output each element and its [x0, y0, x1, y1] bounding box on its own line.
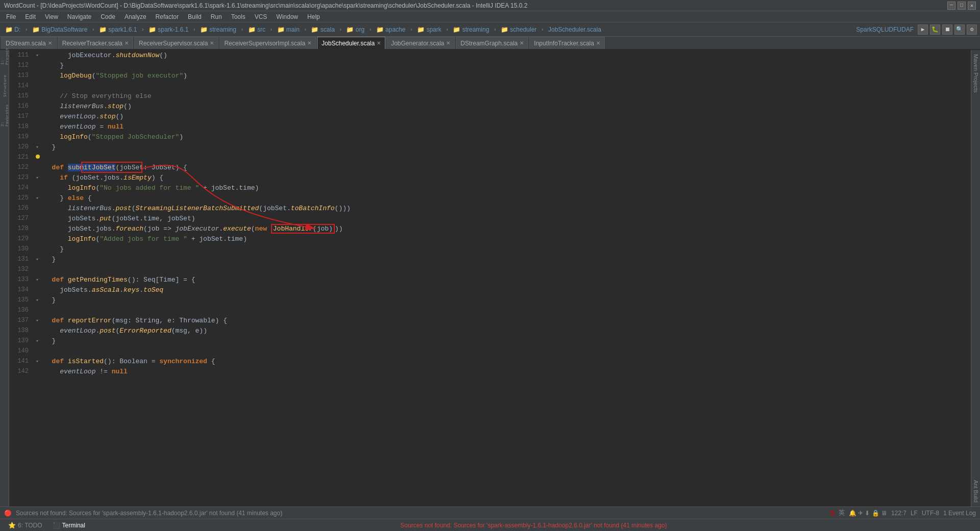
- menu-window[interactable]: Window: [272, 12, 302, 21]
- toolbar-spark161[interactable]: 📁 spark1.6.1: [97, 25, 139, 34]
- table-row: 124 logInfo("No jobs added for time " + …: [9, 183, 971, 193]
- table-row: 140: [9, 346, 971, 356]
- terminal-label: Terminal: [62, 522, 85, 529]
- settings-button[interactable]: ⚙: [967, 24, 977, 35]
- table-row: 115 // Stop everything else: [9, 91, 971, 101]
- status-message: Sources not found: Sources for 'spark-as…: [16, 510, 282, 517]
- status-position: 122:7: [891, 510, 906, 517]
- toolbar-spark[interactable]: 📁 spark: [415, 25, 444, 34]
- menu-view[interactable]: View: [41, 12, 62, 21]
- status-icons: 🔔 ✈ ⬇ 🔒 🖥: [849, 510, 887, 517]
- table-row: 142 eventLoop != null: [9, 366, 971, 376]
- toolbar-d[interactable]: 📁 D:: [3, 25, 22, 34]
- bottom-message: Sources not found: Sources for 'spark-as…: [91, 522, 976, 529]
- table-row: 120 ▾ }: [9, 142, 971, 152]
- table-row: 111 ▾ jobExecutor.shutdownNow(): [9, 50, 971, 60]
- stop-button[interactable]: ⏹: [942, 24, 952, 35]
- tab-dstream[interactable]: DStream.scala ✕: [1, 37, 57, 49]
- sidebar-favorites-icon[interactable]: 2: Favorites: [1, 111, 9, 119]
- table-row: 116 listenerBus.stop(): [9, 101, 971, 111]
- table-row: 135 ▾ }: [9, 295, 971, 305]
- sidebar-project-icon[interactable]: 1: Project: [1, 52, 9, 60]
- right-sidebar: Maven Projects Ant Build: [971, 50, 980, 507]
- left-sidebar: 1: Project Structure 2: Favorites: [0, 50, 9, 507]
- tab-close-inputinfotracker[interactable]: ✕: [596, 40, 600, 46]
- menu-navigate[interactable]: Navigate: [63, 12, 95, 21]
- tab-receiversupervisorimpl[interactable]: ReceiverSupervisorImpl.scala ✕: [219, 37, 316, 49]
- menu-bar: File Edit View Navigate Code Analyze Ref…: [0, 11, 980, 22]
- tab-close-jobgenerator[interactable]: ✕: [446, 40, 450, 46]
- tab-receiversupervisor[interactable]: ReceiverSupervisor.scala ✕: [134, 37, 218, 49]
- status-logo: S: [830, 510, 835, 517]
- debug-button[interactable]: 🐛: [930, 24, 940, 35]
- toolbar-scala[interactable]: 📁 scala: [309, 25, 336, 34]
- toolbar-main[interactable]: 📁 main: [275, 25, 302, 34]
- table-row: 131 ▾ }: [9, 254, 971, 264]
- terminal-icon: ⬛: [53, 522, 60, 529]
- menu-edit[interactable]: Edit: [21, 12, 40, 21]
- toolbar-project[interactable]: SparkSQLUDFUDAF: [854, 25, 916, 34]
- sidebar-structure-icon[interactable]: Structure: [1, 82, 9, 90]
- window-title: WordCount - [D:\IdeaProjects\WordCount] …: [4, 2, 527, 9]
- menu-build[interactable]: Build: [184, 12, 206, 21]
- table-row: 128 jobSet.jobs.foreach(job => jobExecut…: [9, 223, 971, 234]
- run-button[interactable]: ▶: [918, 24, 928, 35]
- table-row: 130 }: [9, 244, 971, 254]
- minimize-button[interactable]: ─: [947, 2, 955, 10]
- tab-close-receiversupervisor[interactable]: ✕: [210, 40, 214, 46]
- main-layout: 1: Project Structure 2: Favorites 111 ▾ …: [0, 50, 980, 507]
- toolbar-spark-161[interactable]: 📁 spark-1.6.1: [146, 25, 190, 34]
- menu-refactor[interactable]: Refactor: [152, 12, 183, 21]
- status-event-log[interactable]: 1 Event Log: [943, 510, 976, 517]
- menu-code[interactable]: Code: [96, 12, 119, 21]
- table-row: 121: [9, 152, 971, 162]
- toolbar-right: SparkSQLUDFUDAF ▶ 🐛 ⏹ 🔍 ⚙: [854, 24, 977, 35]
- toolbar-bigdata[interactable]: 📁 BigDataSoftware: [30, 25, 89, 34]
- todo-tab[interactable]: ⭐ 6: TODO: [4, 521, 46, 530]
- toolbar-scheduler[interactable]: 📁 scheduler: [499, 25, 538, 34]
- toolbar-org[interactable]: 📁 org: [344, 25, 366, 34]
- table-row: 117 eventLoop.stop(): [9, 111, 971, 121]
- tab-close-dstreamgraph[interactable]: ✕: [520, 40, 524, 46]
- tab-dstreamgraph[interactable]: DStreamGraph.scala ✕: [456, 37, 528, 49]
- menu-help[interactable]: Help: [303, 12, 324, 21]
- toolbar-streaming2[interactable]: 📁 streaming: [451, 25, 491, 34]
- table-row: 133 ▾ def getPendingTimes(): Seq[Time] =…: [9, 274, 971, 285]
- table-row: 122 def submitJobSet(jobSet: JobSet) {: [9, 162, 971, 172]
- table-row: 123 ▾ if (jobSet.jobs.isEmpty) {: [9, 172, 971, 183]
- table-row: 112 }: [9, 60, 971, 70]
- toolbar-streaming[interactable]: 📁 streaming: [198, 25, 238, 34]
- toolbar-src[interactable]: 📁 src: [246, 25, 267, 34]
- maximize-button[interactable]: □: [958, 2, 966, 10]
- table-row: 136: [9, 305, 971, 315]
- menu-tools[interactable]: Tools: [227, 12, 250, 21]
- tab-jobscheduler[interactable]: JobScheduler.scala ✕: [317, 37, 385, 49]
- tab-close-receivertracker[interactable]: ✕: [125, 40, 129, 46]
- status-bar: 🔴 Sources not found: Sources for 'spark-…: [0, 507, 980, 519]
- tab-close-dstream[interactable]: ✕: [48, 40, 52, 46]
- ant-build-tab[interactable]: Ant Build: [972, 476, 980, 507]
- menu-analyze[interactable]: Analyze: [120, 12, 151, 21]
- tab-close-receiversupervisorimpl[interactable]: ✕: [307, 40, 311, 46]
- menu-run[interactable]: Run: [207, 12, 226, 21]
- window-controls[interactable]: ─ □ ✕: [947, 2, 976, 10]
- toolbar: 📁 D: › 📁 BigDataSoftware › 📁 spark1.6.1 …: [0, 22, 980, 37]
- toolbar-apache[interactable]: 📁 apache: [374, 25, 408, 34]
- terminal-tab[interactable]: ⬛ Terminal: [48, 521, 89, 530]
- tab-inputinfotracker[interactable]: InputInfoTracker.scala ✕: [529, 37, 605, 49]
- code-area[interactable]: 111 ▾ jobExecutor.shutdownNow() 112 } 11…: [9, 50, 971, 507]
- table-row: 139 ▾ }: [9, 336, 971, 346]
- tab-receivertracker[interactable]: ReceiverTracker.scala ✕: [58, 37, 133, 49]
- tab-close-jobscheduler[interactable]: ✕: [377, 40, 381, 46]
- maven-projects-tab[interactable]: Maven Projects: [972, 50, 980, 97]
- table-row: 118 eventLoop = null: [9, 121, 971, 132]
- search-button[interactable]: 🔍: [954, 24, 965, 35]
- table-row: 129 logInfo("Added jobs for time " + job…: [9, 234, 971, 244]
- status-left: 🔴 Sources not found: Sources for 'spark-…: [4, 510, 826, 517]
- close-button[interactable]: ✕: [968, 2, 976, 10]
- menu-vcs[interactable]: VCS: [251, 12, 272, 21]
- menu-file[interactable]: File: [2, 12, 20, 21]
- tab-jobgenerator[interactable]: JobGenerator.scala ✕: [386, 37, 455, 49]
- tabs-bar: DStream.scala ✕ ReceiverTracker.scala ✕ …: [0, 37, 980, 50]
- toolbar-file[interactable]: JobScheduler.scala: [546, 25, 603, 34]
